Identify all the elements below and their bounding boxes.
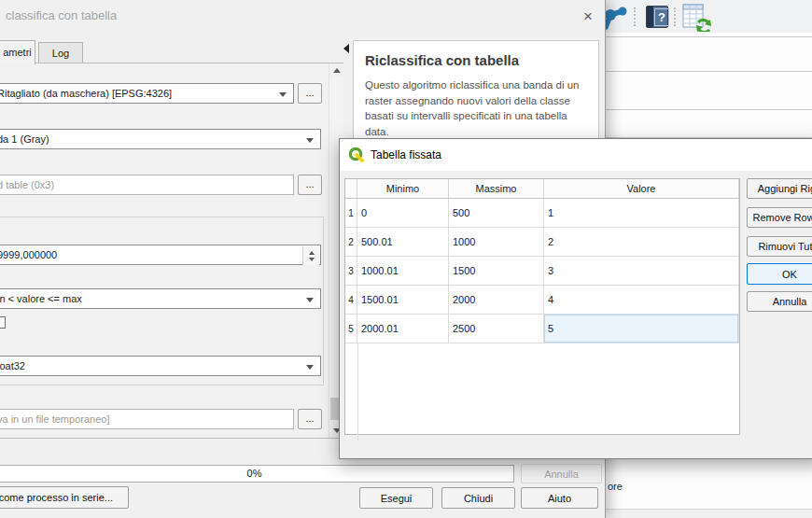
fixed-table-dialog: Tabella fissata Minimo Massimo Valore 1 … bbox=[339, 138, 812, 459]
help-button[interactable]: Aiuto bbox=[521, 487, 598, 509]
row-number[interactable]: 5 bbox=[345, 315, 357, 343]
fixed-table-titlebar[interactable]: Tabella fissata bbox=[340, 139, 812, 171]
cell-value[interactable]: 1 bbox=[544, 199, 739, 227]
ok-button[interactable]: OK bbox=[747, 263, 812, 285]
column-header-min[interactable]: Minimo bbox=[357, 179, 449, 198]
output-field-value: va in un file temporaneo] bbox=[0, 413, 109, 425]
raster-combobox[interactable]: Ritagliato (da maschera) [EPSG:4326] bbox=[0, 83, 294, 104]
cell-max[interactable]: 1500 bbox=[449, 257, 544, 285]
help-panel-body: Questo algoritmo riclassifica una banda … bbox=[365, 77, 587, 140]
cell-value[interactable]: 3 bbox=[544, 257, 739, 285]
row-number[interactable]: 3 bbox=[345, 257, 357, 285]
background-partial-text: ore bbox=[608, 481, 623, 492]
cell-min[interactable]: 2000.01 bbox=[357, 315, 449, 343]
dtype-combobox[interactable]: loat32 bbox=[0, 356, 321, 376]
panel-divider bbox=[605, 109, 812, 110]
dialog-title: classifica con tabella bbox=[6, 8, 117, 22]
qgis-toolbar-strip: ? bbox=[605, 0, 812, 33]
row-number-column-tail bbox=[345, 343, 358, 441]
add-row-button[interactable]: Aggiungi Riga bbox=[747, 178, 812, 199]
raster-combobox-value: Ritagliato (da maschera) [EPSG:4326] bbox=[0, 88, 172, 99]
table-row: 3 1000.01 1500 3 bbox=[345, 257, 739, 286]
tab-log[interactable]: Log bbox=[38, 42, 83, 63]
band-combobox[interactable]: da 1 (Gray) bbox=[0, 129, 321, 149]
cell-max[interactable]: 2000 bbox=[449, 286, 544, 314]
toolbar-grip bbox=[674, 7, 679, 26]
cell-max[interactable]: 500 bbox=[449, 199, 544, 227]
output-field[interactable]: va in un file temporaneo] bbox=[0, 409, 294, 429]
help-icon[interactable]: ? bbox=[646, 6, 668, 28]
spinner-arrows-icon[interactable] bbox=[302, 246, 319, 265]
table-row: 4 1500.01 2000 4 bbox=[345, 286, 739, 315]
cell-value[interactable]: 4 bbox=[544, 286, 739, 314]
corner-header-cell[interactable] bbox=[345, 179, 357, 198]
tab-parametri[interactable]: ametri bbox=[0, 40, 35, 64]
close-button[interactable]: Chiudi bbox=[441, 487, 515, 509]
chevron-down-icon bbox=[306, 365, 314, 370]
range-bounds-combobox[interactable]: in < valore <= max bbox=[0, 288, 321, 309]
cell-min[interactable]: 1000.01 bbox=[357, 257, 449, 285]
run-button[interactable]: Esegui bbox=[359, 487, 433, 509]
fixed-table-title: Tabella fissata bbox=[371, 139, 441, 171]
help-panel-title: Riclassifica con tabella bbox=[365, 52, 587, 68]
nodata-spinbox[interactable]: 9999,000000 bbox=[0, 245, 321, 265]
band-combobox-value: da 1 (Gray) bbox=[0, 133, 49, 145]
nodata-checkbox[interactable] bbox=[0, 316, 6, 329]
chevron-down-icon bbox=[279, 92, 287, 97]
cell-value-selected[interactable]: 5 bbox=[544, 315, 739, 343]
help-icon-strip bbox=[647, 7, 653, 27]
table-row: 5 2000.01 2500 5 bbox=[345, 315, 739, 343]
row-number[interactable]: 2 bbox=[345, 228, 357, 256]
scroll-up-icon[interactable] bbox=[329, 63, 343, 77]
nodata-spinbox-value: 9999,000000 bbox=[0, 249, 57, 260]
panel-divider bbox=[605, 71, 812, 72]
cell-min[interactable]: 500.01 bbox=[357, 228, 449, 256]
toolbar-grip bbox=[634, 7, 639, 26]
dtype-combobox-value: loat32 bbox=[0, 360, 25, 371]
chevron-down-icon bbox=[306, 298, 314, 302]
run-as-batch-button[interactable]: ui come processo in serie... bbox=[0, 486, 129, 509]
close-icon[interactable]: × bbox=[575, 6, 601, 28]
attribute-table-refresh-icon[interactable] bbox=[682, 3, 712, 32]
raster-browse-button[interactable]: ... bbox=[298, 83, 322, 104]
cell-max[interactable]: 1000 bbox=[449, 228, 544, 256]
reclass-table-field[interactable]: d table (0x3) bbox=[0, 175, 294, 195]
processing-network-icon[interactable] bbox=[602, 4, 630, 30]
remove-all-button[interactable]: Rimuovi Tutto bbox=[747, 236, 812, 257]
cell-min[interactable]: 0 bbox=[357, 199, 449, 227]
progress-bar: 0% bbox=[0, 465, 514, 483]
chevron-down-icon bbox=[306, 138, 314, 143]
collapse-help-arrow-icon[interactable] bbox=[343, 44, 349, 53]
cancel-progress-button: Annulla bbox=[521, 464, 602, 483]
reclass-table-field-value: d table (0x3) bbox=[0, 179, 54, 190]
cancel-button[interactable]: Annulla bbox=[747, 291, 812, 312]
screen: ? ore classifica con tabella × ametri Lo… bbox=[0, 0, 812, 518]
table-row: 2 500.01 1000 2 bbox=[345, 228, 739, 257]
column-header-max[interactable]: Massimo bbox=[449, 179, 544, 198]
row-number[interactable]: 4 bbox=[345, 286, 357, 314]
column-header-value[interactable]: Valore bbox=[544, 179, 739, 198]
reclass-table-browse-button[interactable]: ... bbox=[298, 175, 322, 195]
cell-max[interactable]: 2500 bbox=[449, 315, 544, 343]
remove-row-button[interactable]: Remove Row(s) bbox=[747, 207, 812, 228]
cell-value[interactable]: 2 bbox=[544, 228, 739, 256]
qgis-logo-icon bbox=[348, 147, 365, 163]
row-number[interactable]: 1 bbox=[345, 199, 357, 227]
fixed-table: Minimo Massimo Valore 1 0 500 1 2 500.01… bbox=[344, 178, 740, 435]
output-browse-button[interactable]: ... bbox=[298, 409, 322, 429]
table-row: 1 0 500 1 bbox=[345, 199, 739, 228]
status-bar bbox=[605, 509, 812, 518]
table-header-row: Minimo Massimo Valore bbox=[345, 179, 739, 199]
help-icon-glyph: ? bbox=[654, 8, 669, 26]
cell-min[interactable]: 1500.01 bbox=[357, 286, 449, 314]
range-bounds-combobox-value: in < valore <= max bbox=[0, 293, 82, 304]
panel-divider bbox=[605, 36, 812, 37]
